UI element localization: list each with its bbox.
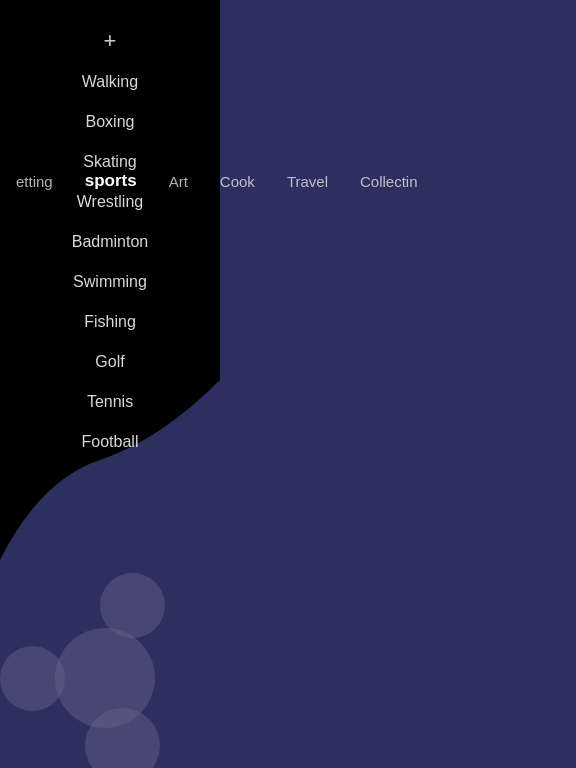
- menu-item-walking[interactable]: Walking: [0, 62, 220, 102]
- menu-item-badminton[interactable]: Badminton: [0, 222, 220, 262]
- menu-list: + Walking Boxing Skating Wrestling Badmi…: [0, 0, 220, 462]
- tab-travel[interactable]: Travel: [271, 165, 344, 198]
- option-button[interactable]: OPTION: [436, 512, 516, 548]
- menu-item-tennis[interactable]: Tennis: [0, 382, 220, 422]
- add-button[interactable]: +: [0, 20, 220, 62]
- menu-item-fishing[interactable]: Fishing: [0, 302, 220, 342]
- menu-item-boxing[interactable]: Boxing: [0, 102, 220, 142]
- menu-item-swimming[interactable]: Swimming: [0, 262, 220, 302]
- menu-item-wrestling[interactable]: Wrestling: [0, 182, 220, 222]
- menu-item-skating[interactable]: Skating: [0, 142, 220, 182]
- tab-collecting[interactable]: Collectin: [344, 165, 434, 198]
- menu-item-football[interactable]: Football: [0, 422, 220, 462]
- b-button[interactable]: B: [466, 668, 546, 748]
- a-button[interactable]: A: [466, 568, 546, 648]
- menu-item-golf[interactable]: Golf: [0, 342, 220, 382]
